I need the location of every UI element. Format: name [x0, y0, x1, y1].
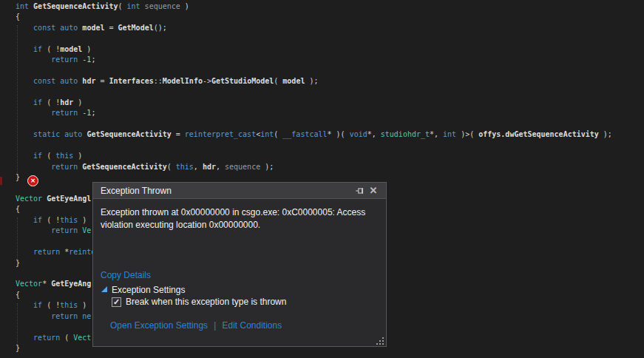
- code-line: [16, 87, 612, 98]
- code-token: (: [274, 77, 282, 85]
- code-token: auto: [64, 130, 82, 138]
- code-line: int GetSequenceActivity( int sequence ): [16, 1, 612, 12]
- code-token: ,: [194, 163, 203, 171]
- code-token: int: [127, 2, 140, 10]
- exception-error-icon[interactable]: ✕: [27, 175, 38, 186]
- code-line: return -1;: [16, 55, 612, 65]
- code-token: ->: [203, 77, 211, 85]
- code-token: if: [33, 301, 42, 309]
- code-token: {: [16, 13, 20, 21]
- code-line: if ( !hdr ): [16, 98, 612, 108]
- code-token: return: [33, 248, 60, 256]
- code-line: return -1;: [16, 108, 612, 118]
- break-checkbox[interactable]: ✓: [112, 297, 121, 307]
- code-token: [16, 55, 51, 64]
- code-token: [16, 152, 33, 160]
- code-token: );: [599, 130, 612, 138]
- code-token: }: [16, 173, 20, 181]
- dialog-body: Exception thrown at 0x00000000 in csgo.e…: [93, 199, 386, 346]
- code-token: hdr: [60, 98, 73, 107]
- pin-icon[interactable]: [353, 185, 367, 197]
- code-token: ): [180, 2, 189, 10]
- code-token: [16, 24, 33, 32]
- code-token: offys.dwGetSequenceActivity: [478, 130, 599, 138]
- exception-thrown-dialog: Exception Thrown ✕ Exception thrown at 0…: [92, 182, 387, 347]
- code-token: ): [82, 45, 91, 53]
- exception-settings-header[interactable]: Exception Settings: [101, 285, 185, 295]
- code-token: ( !: [42, 301, 60, 309]
- code-token: Vector: [16, 195, 42, 203]
- code-token: this: [176, 163, 194, 171]
- open-exception-settings-link[interactable]: Open Exception Settings: [110, 320, 208, 331]
- break-checkbox-row: ✓ Break when this exception type is thro…: [112, 297, 286, 307]
- code-token: reinterpret_cast: [185, 130, 256, 138]
- code-token: ( !: [42, 45, 60, 53]
- code-token: [16, 130, 33, 138]
- code-token: this: [55, 152, 73, 160]
- code-token: if: [33, 216, 42, 224]
- code-token: [16, 226, 51, 234]
- code-token: return: [51, 109, 78, 117]
- code-token: static: [33, 130, 60, 138]
- resize-grip[interactable]: [374, 335, 384, 345]
- code-token: {: [16, 291, 20, 299]
- code-token: Vect: [73, 334, 91, 342]
- code-token: const: [33, 24, 55, 32]
- pin-icon-glyph: [355, 186, 365, 196]
- code-token: ModelInfo: [163, 77, 203, 85]
- code-token: ): [78, 301, 87, 309]
- code-token: -1: [82, 109, 91, 117]
- code-token: ): [73, 98, 82, 107]
- code-token: int: [16, 2, 29, 10]
- code-token: ;: [91, 109, 95, 117]
- copy-details-link[interactable]: Copy Details: [101, 270, 151, 280]
- code-line: return GetSequenceActivity( this, hdr, s…: [16, 162, 612, 172]
- code-token: }: [16, 344, 20, 352]
- close-icon[interactable]: ✕: [367, 185, 380, 197]
- code-token: [16, 163, 51, 171]
- code-token: ( !: [42, 98, 60, 107]
- code-token: [16, 301, 33, 309]
- exception-gutter-mark: [0, 177, 2, 185]
- code-token: [16, 216, 33, 224]
- code-token: [16, 248, 33, 256]
- code-token: this: [60, 301, 78, 309]
- code-token: model: [282, 77, 305, 85]
- dialog-titlebar[interactable]: Exception Thrown ✕: [93, 183, 386, 199]
- code-token: =: [172, 130, 185, 138]
- code-line: static auto GetSequenceActivity = reinte…: [16, 129, 612, 140]
- code-token: GetSequenceActivity: [33, 2, 118, 10]
- code-token: );: [260, 163, 274, 171]
- code-token: sequence: [140, 2, 180, 10]
- code-token: [16, 334, 33, 342]
- code-token: =: [95, 77, 109, 85]
- code-line: [16, 141, 612, 151]
- code-token: GetModel: [118, 24, 154, 32]
- expander-icon[interactable]: [101, 286, 107, 292]
- code-token: if: [33, 45, 42, 53]
- code-token: int: [260, 130, 274, 138]
- code-token: [16, 45, 33, 53]
- code-token: ): [73, 152, 82, 160]
- code-token: sequence: [225, 163, 260, 171]
- edit-conditions-link[interactable]: Edit Conditions: [222, 320, 282, 331]
- code-token: reinte: [69, 248, 95, 256]
- code-token: ne: [82, 312, 91, 320]
- links-separator: |: [214, 320, 216, 331]
- code-token: [16, 98, 33, 107]
- code-token: ;: [91, 55, 95, 64]
- code-token: *: [42, 280, 51, 288]
- code-token: return: [51, 163, 78, 171]
- code-token: const: [33, 77, 55, 85]
- code-token: (: [42, 152, 55, 160]
- code-line: [16, 119, 612, 129]
- code-token: {: [16, 205, 20, 213]
- code-token: GetSequenceActivity: [82, 163, 166, 171]
- code-token: return: [51, 55, 78, 64]
- code-token: (: [274, 130, 282, 138]
- code-token: return: [51, 226, 78, 234]
- break-checkbox-label: Break when this exception type is thrown: [126, 297, 286, 307]
- code-token: __fastcall: [282, 130, 327, 138]
- code-token: GetStudioModel: [211, 77, 274, 85]
- code-token: =: [104, 24, 118, 32]
